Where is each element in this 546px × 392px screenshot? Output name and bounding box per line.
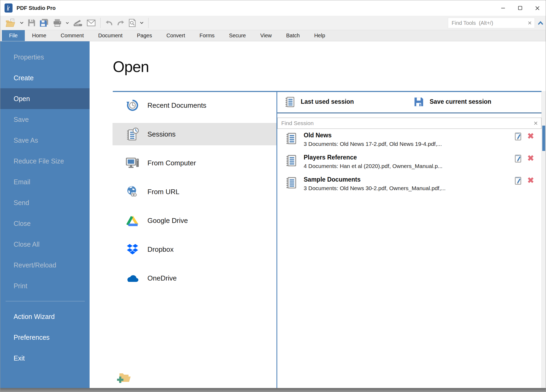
window-bottom-edge — [0, 388, 546, 392]
print-button[interactable] — [51, 17, 64, 29]
source-label: From Computer — [147, 159, 196, 167]
sidebar-item-save[interactable]: Save — [0, 109, 90, 130]
last-used-session-button[interactable]: Last used session — [277, 96, 410, 107]
tab-comment[interactable]: Comment — [54, 30, 91, 41]
clear-find-session-icon[interactable] — [533, 121, 538, 126]
find-session-input[interactable] — [277, 118, 541, 129]
find-tools-input[interactable] — [448, 18, 535, 28]
session-details: 3 Documents: Old News 17-2.pdf, Old News… — [304, 141, 514, 147]
sessions-header: Last used session Save current session — [277, 91, 541, 113]
source-google-drive[interactable]: Google Drive — [113, 209, 276, 232]
sidebar-item-send[interactable]: Send — [0, 192, 90, 213]
tab-home[interactable]: Home — [25, 30, 53, 41]
scrollbar-thumb[interactable] — [542, 126, 545, 151]
notebook-icon — [285, 132, 297, 145]
quick-access-toolbar — [0, 16, 546, 30]
tab-file[interactable]: File — [2, 30, 25, 41]
sidebar-divider — [6, 301, 85, 301]
open-file-button[interactable] — [3, 17, 18, 29]
sessions-icon — [126, 127, 139, 141]
print-dropdown[interactable] — [64, 17, 71, 29]
source-label: Recent Documents — [147, 101, 206, 110]
session-actions — [514, 132, 541, 141]
scan-button[interactable] — [71, 17, 85, 29]
find-tools-area — [448, 18, 544, 28]
sidebar-item-email[interactable]: Email — [0, 171, 90, 192]
source-from-url[interactable]: From URL — [113, 181, 276, 203]
sidebar-item-print[interactable]: Print — [0, 275, 90, 296]
edit-session-icon[interactable] — [514, 176, 523, 185]
sidebar-item-reduce-file-size[interactable]: Reduce File Size — [0, 151, 90, 171]
session-details: 3 Documents: Old News 30-2.pdf, Owners_M… — [304, 185, 514, 191]
close-button[interactable] — [529, 0, 546, 16]
open-file-dropdown[interactable] — [18, 17, 26, 29]
source-recent-documents[interactable]: Recent Documents — [113, 94, 276, 117]
sidebar-item-close-all[interactable]: Close All — [0, 234, 90, 255]
sidebar-item-create[interactable]: Create — [0, 67, 90, 88]
save-current-session-button[interactable]: Save current session — [410, 97, 542, 107]
edit-session-icon[interactable] — [514, 132, 523, 141]
app-window: PDF Studio Pro File Ho — [0, 0, 546, 392]
tab-view[interactable]: View — [253, 30, 279, 41]
scrollbar[interactable] — [541, 91, 546, 388]
sessions-panel: Last used session Save current session — [277, 91, 541, 388]
redo-button[interactable] — [115, 17, 127, 29]
undo-button[interactable] — [103, 17, 115, 29]
file-menu-sidebar: Properties Create Open Save Save As Redu… — [0, 41, 90, 388]
tab-forms[interactable]: Forms — [192, 30, 222, 41]
delete-session-icon[interactable] — [527, 154, 535, 162]
source-label: OneDrive — [147, 274, 177, 282]
sidebar-item-open[interactable]: Open — [0, 88, 90, 109]
email-button[interactable] — [85, 17, 98, 29]
save-all-button[interactable] — [38, 17, 51, 29]
session-list: Old News 3 Documents: Old News 17-2.pdf,… — [277, 132, 541, 198]
tab-document[interactable]: Document — [91, 30, 130, 41]
save-button[interactable] — [26, 17, 38, 29]
source-onedrive[interactable]: OneDrive — [113, 267, 276, 289]
session-text: Old News 3 Documents: Old News 17-2.pdf,… — [304, 132, 514, 147]
title-bar: PDF Studio Pro — [0, 0, 546, 16]
sidebar-item-close[interactable]: Close — [0, 213, 90, 234]
toolbar-divider — [100, 18, 101, 28]
sidebar-item-action-wizard[interactable]: Action Wizard — [0, 306, 90, 327]
preview-button[interactable] — [127, 17, 138, 29]
tab-help[interactable]: Help — [307, 30, 332, 41]
sidebar-item-revert-reload[interactable]: Revert/Reload — [0, 255, 90, 275]
find-session-box — [277, 118, 541, 129]
delete-session-icon[interactable] — [527, 176, 535, 184]
from-computer-icon — [126, 157, 139, 169]
window-title: PDF Studio Pro — [17, 5, 56, 11]
preview-dropdown[interactable] — [138, 17, 146, 29]
sidebar-item-properties[interactable]: Properties — [0, 47, 90, 67]
window-controls — [495, 0, 546, 16]
minimize-button[interactable] — [495, 0, 512, 16]
tab-secure[interactable]: Secure — [222, 30, 253, 41]
session-actions — [514, 176, 541, 185]
source-from-computer[interactable]: From Computer — [113, 152, 276, 174]
collapse-ribbon-icon[interactable] — [537, 21, 544, 25]
notebook-icon — [285, 177, 297, 189]
session-row-players-reference[interactable]: Players Reference 4 Documents: Han et al… — [277, 154, 541, 176]
source-dropbox[interactable]: Dropbox — [113, 238, 276, 261]
add-folder-icon[interactable] — [117, 371, 131, 384]
session-row-sample-documents[interactable]: Sample Documents 3 Documents: Old News 3… — [277, 176, 541, 198]
tab-convert[interactable]: Convert — [159, 30, 192, 41]
maximize-button[interactable] — [512, 0, 529, 16]
source-sessions[interactable]: Sessions — [113, 123, 276, 145]
last-used-session-label: Last used session — [301, 98, 354, 105]
save-current-session-label: Save current session — [430, 98, 491, 105]
delete-session-icon[interactable] — [527, 132, 535, 140]
edit-session-icon[interactable] — [514, 154, 523, 163]
sidebar-item-exit[interactable]: Exit — [0, 348, 90, 369]
sidebar-item-save-as[interactable]: Save As — [0, 130, 90, 151]
page-title: Open — [113, 58, 149, 75]
session-row-old-news[interactable]: Old News 3 Documents: Old News 17-2.pdf,… — [277, 132, 541, 154]
tab-pages[interactable]: Pages — [130, 30, 159, 41]
recent-documents-icon — [126, 99, 139, 112]
session-text: Sample Documents 3 Documents: Old News 3… — [304, 176, 514, 191]
clear-find-tools-icon[interactable] — [527, 21, 532, 25]
find-tools-box — [448, 18, 535, 28]
sidebar-item-preferences[interactable]: Preferences — [0, 327, 90, 348]
tab-batch[interactable]: Batch — [279, 30, 307, 41]
session-details: 4 Documents: Han et al (2020).pdf, Owner… — [304, 163, 514, 169]
